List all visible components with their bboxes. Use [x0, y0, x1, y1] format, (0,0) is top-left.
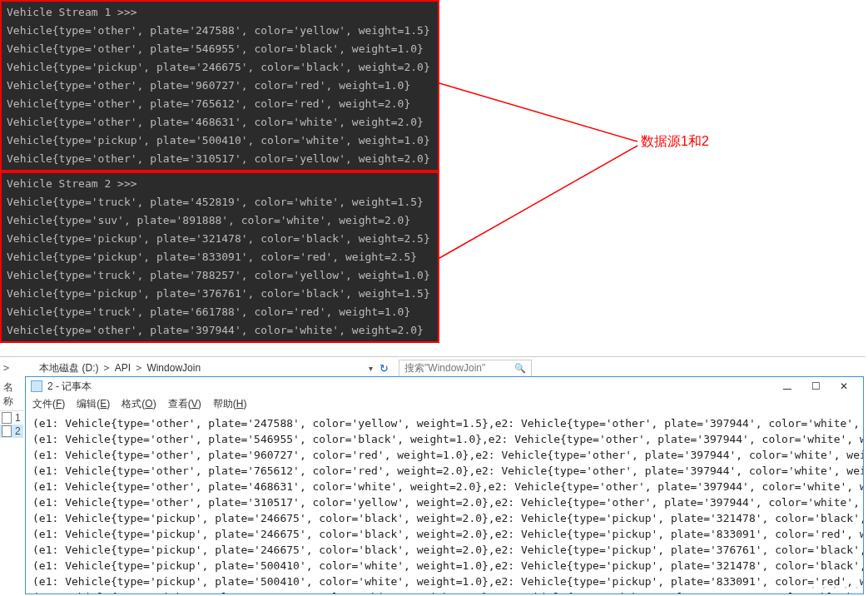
file-label: 2	[15, 425, 21, 437]
console-area: Vehicle Stream 1 >>> Vehicle{type='other…	[0, 0, 439, 345]
console-line: Vehicle{type='pickup', plate='833091', c…	[7, 248, 433, 266]
file-icon	[2, 425, 12, 437]
notepad-row: (e1: Vehicle{type='other', plate='468631…	[32, 479, 856, 494]
console-header-1: Vehicle Stream 1 >>>	[7, 3, 433, 22]
explorer-bar: 本地磁盘 (D:) API WindowJoin 搜索"WindowJoin"	[0, 356, 866, 376]
refresh-icon[interactable]	[379, 362, 389, 375]
notepad-window: 2 - 记事本 ☐ ✕ 文件(F) 编辑(E) 格式(O) 查看(V) 帮助(H…	[25, 376, 864, 594]
minimize-button[interactable]	[773, 378, 801, 395]
notepad-row: (e1: Vehicle{type='pickup', plate='24667…	[32, 510, 856, 526]
chevron-icon	[101, 362, 113, 374]
svg-line-1	[439, 146, 637, 258]
notepad-row: (e1: Vehicle{type='other', plate='247588…	[32, 415, 856, 431]
breadcrumb[interactable]: 本地磁盘 (D:) API WindowJoin	[37, 361, 202, 375]
file-icon	[2, 412, 12, 424]
notepad-row: (e1: Vehicle{type='pickup', plate='24667…	[32, 526, 856, 542]
name-column-header[interactable]: 名称	[0, 379, 23, 411]
file-item[interactable]: 2	[0, 425, 23, 438]
console-line: Vehicle{type='other', plate='546955', co…	[7, 40, 433, 58]
console-line: Vehicle{type='pickup', plate='321478', c…	[7, 230, 433, 248]
svg-line-0	[439, 83, 637, 142]
menu-file[interactable]: 文件(F)	[27, 396, 70, 412]
file-list-panel: 名称 12	[0, 379, 23, 438]
notepad-row: (e1: Vehicle{type='pickup', plate='50041…	[32, 558, 856, 574]
annotation-text: 数据源1和2	[641, 133, 709, 151]
crumb-api[interactable]: API	[113, 362, 132, 374]
console-line: Vehicle{type='other', plate='765612', co…	[7, 95, 433, 113]
notepad-title: 2 - 记事本	[47, 380, 773, 394]
console-line: Vehicle{type='pickup', plate='376761', c…	[7, 285, 433, 303]
console-line: Vehicle{type='other', plate='468631', co…	[7, 113, 433, 132]
console-line: Vehicle{type='truck', plate='788257', co…	[7, 266, 433, 285]
notepad-row: (e1: Vehicle{type='other', plate='765612…	[32, 463, 856, 479]
notepad-titlebar[interactable]: 2 - 记事本 ☐ ✕	[26, 377, 863, 395]
console-line: Vehicle{type='other', plate='960727', co…	[7, 77, 433, 95]
dropdown-icon[interactable]	[369, 362, 373, 374]
notepad-row: (e1: Vehicle{type='other', plate='310517…	[32, 494, 856, 510]
console-header-2: Vehicle Stream 2 >>>	[7, 175, 433, 193]
chevron-icon	[132, 362, 145, 374]
menu-view[interactable]: 查看(V)	[163, 396, 206, 412]
console-stream-1: Vehicle Stream 1 >>> Vehicle{type='other…	[0, 0, 439, 171]
notepad-icon	[31, 380, 42, 392]
file-item[interactable]: 1	[0, 411, 23, 425]
search-icon	[514, 362, 526, 374]
console-line: Vehicle{type='truck', plate='452819', co…	[7, 193, 433, 211]
notepad-row: (e1: Vehicle{type='pickup', plate='50041…	[32, 589, 856, 594]
notepad-row: (e1: Vehicle{type='pickup', plate='24667…	[32, 542, 856, 558]
console-line: Vehicle{type='other', plate='247588', co…	[7, 22, 433, 40]
search-placeholder: 搜索"WindowJoin"	[404, 361, 485, 375]
menu-help[interactable]: 帮助(H)	[208, 396, 252, 412]
maximize-button[interactable]: ☐	[801, 378, 830, 395]
console-line: Vehicle{type='pickup', plate='246675', c…	[7, 58, 433, 77]
console-line: Vehicle{type='suv', plate='891888', colo…	[7, 211, 433, 230]
notepad-row: (e1: Vehicle{type='other', plate='960727…	[32, 447, 856, 463]
console-line: Vehicle{type='other', plate='397944', co…	[7, 321, 433, 340]
notepad-row: (e1: Vehicle{type='other', plate='546955…	[32, 431, 856, 447]
breadcrumb-chevron-icon	[3, 362, 9, 374]
crumb-windowjoin[interactable]: WindowJoin	[145, 362, 202, 374]
menu-edit[interactable]: 编辑(E)	[72, 396, 115, 412]
console-line: Vehicle{type='other', plate='310517', co…	[7, 150, 433, 168]
crumb-disk[interactable]: 本地磁盘 (D:)	[37, 361, 100, 375]
notepad-content[interactable]: (e1: Vehicle{type='other', plate='247588…	[26, 412, 863, 594]
notepad-row: (e1: Vehicle{type='pickup', plate='50041…	[32, 574, 856, 589]
close-button[interactable]: ✕	[830, 378, 858, 395]
console-line: Vehicle{type='truck', plate='661788', co…	[7, 303, 433, 321]
menu-format[interactable]: 格式(O)	[117, 396, 161, 412]
file-label: 1	[15, 412, 21, 424]
console-line: Vehicle{type='pickup', plate='500410', c…	[7, 132, 433, 150]
console-stream-2: Vehicle Stream 2 >>> Vehicle{type='truck…	[0, 171, 439, 343]
notepad-menubar: 文件(F) 编辑(E) 格式(O) 查看(V) 帮助(H)	[26, 395, 863, 412]
search-input[interactable]: 搜索"WindowJoin"	[399, 360, 532, 377]
